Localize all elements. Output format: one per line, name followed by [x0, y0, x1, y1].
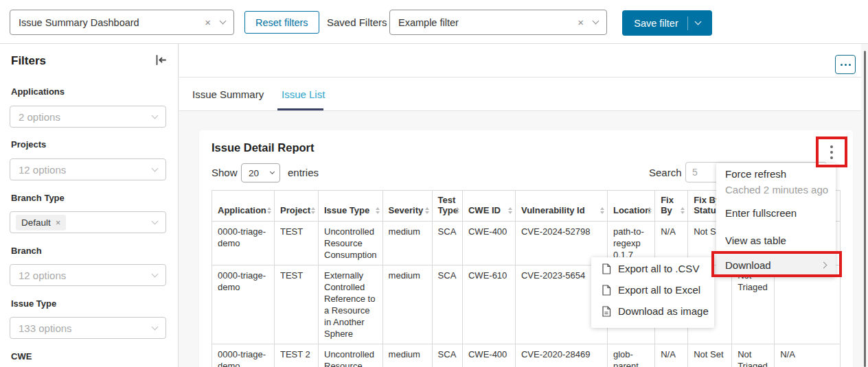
- saved-filters-label: Saved Filters: [327, 16, 387, 28]
- chevron-down-icon: [152, 270, 159, 277]
- save-filter-label: Save filter: [634, 18, 678, 29]
- dashboard-select[interactable]: Issue Summary Dashboard ×: [10, 10, 234, 35]
- report-kebab-menu-button[interactable]: [822, 141, 841, 163]
- sort-icon[interactable]: [648, 207, 652, 214]
- menu-cached-note: Cached 2 minutes ago: [716, 184, 836, 196]
- filters-sidebar: Filters Applications 2 options Projects …: [0, 44, 179, 367]
- tab-issue-summary[interactable]: Issue Summary: [192, 78, 264, 111]
- sort-icon[interactable]: [508, 207, 512, 214]
- header-label: Fix By: [661, 195, 674, 215]
- branch-select[interactable]: 12 options: [10, 264, 166, 286]
- report-context-menu: Force refresh Cached 2 minutes ago Enter…: [716, 163, 836, 277]
- submenu-item-download-image[interactable]: Download as image: [591, 305, 714, 317]
- tab-issue-list-label: Issue List: [282, 88, 325, 100]
- sort-icon[interactable]: [376, 207, 380, 214]
- column-header-issue-type: Issue Type: [319, 191, 383, 222]
- chevron-down-icon: [694, 19, 701, 25]
- sort-icon[interactable]: [681, 207, 685, 214]
- cell-project: TEST: [275, 222, 319, 265]
- column-header-fix-by: Fix By: [655, 191, 688, 222]
- dashboard-more-options-button[interactable]: [835, 55, 856, 74]
- cell-project: TEST: [275, 265, 319, 344]
- chevron-down-icon: [152, 217, 159, 224]
- branch-type-label: Branch Type: [11, 193, 65, 203]
- menu-item-force-refresh[interactable]: Force refresh: [716, 168, 836, 180]
- chevron-down-icon: [152, 165, 159, 171]
- top-bar: Issue Summary Dashboard × Reset filters …: [0, 0, 868, 44]
- menu-item-download-label: Download: [725, 259, 771, 271]
- cell-severity: medium: [382, 222, 432, 265]
- sort-icon[interactable]: [600, 207, 604, 214]
- cell-triage-status: Not Triaged: [732, 344, 775, 367]
- clear-icon[interactable]: ×: [578, 16, 584, 28]
- reset-filters-button[interactable]: Reset filters: [244, 11, 319, 34]
- cell-test-type: SCA: [432, 265, 462, 344]
- clear-icon[interactable]: ×: [205, 16, 211, 28]
- menu-item-enter-fullscreen[interactable]: Enter fullscreen: [716, 207, 836, 219]
- scrollbar-thumb[interactable]: [864, 51, 866, 367]
- show-label: Show: [212, 167, 238, 178]
- app-screen: Issue Summary Dashboard × Reset filters …: [0, 0, 868, 367]
- saved-filter-select[interactable]: Example filter ×: [389, 10, 607, 35]
- sort-icon[interactable]: [455, 207, 459, 214]
- projects-select[interactable]: 12 options: [10, 158, 166, 180]
- cell-location: glob-parent: [607, 344, 654, 367]
- header-label: Vulnerability Id: [521, 205, 585, 215]
- sort-icon[interactable]: [425, 207, 429, 214]
- cell-issue-type: Uncontrolled Resource Consumption: [319, 222, 383, 265]
- submenu-item-label: Export all to Excel: [618, 284, 700, 296]
- cwe-label: CWE: [11, 351, 32, 362]
- applications-label: Applications: [11, 86, 65, 97]
- cell-project: TEST 2: [275, 344, 319, 367]
- applications-select[interactable]: 2 options: [10, 106, 166, 128]
- remove-chip-icon[interactable]: ×: [56, 217, 61, 228]
- dashboard-select-value: Issue Summary Dashboard: [19, 17, 205, 28]
- branch-type-chip-label: Default: [21, 217, 51, 228]
- dots-vertical-icon: [830, 151, 833, 154]
- file-icon: [602, 263, 611, 274]
- sort-icon[interactable]: [267, 207, 271, 214]
- tab-issue-list[interactable]: Issue List: [282, 78, 325, 111]
- column-header-application: Application: [212, 191, 275, 222]
- cell-vulnerability-id: CVE-2020-28469: [515, 344, 607, 367]
- projects-placeholder: 12 options: [19, 164, 152, 176]
- save-filter-button[interactable]: Save filter: [622, 10, 712, 36]
- dashboard-toolbar: [179, 44, 868, 78]
- cell-cwe-id: CWE-400: [462, 222, 515, 265]
- cell-application: 0000-triage-demo: [212, 265, 275, 344]
- header-label: CWE ID: [468, 205, 501, 215]
- page-size-select[interactable]: 20: [241, 163, 280, 182]
- column-header-severity: Severity: [382, 191, 432, 222]
- cell-fix-by: N/A: [655, 344, 688, 367]
- submenu-item-export-excel[interactable]: Export all to Excel: [591, 284, 714, 296]
- dots-icon: [841, 64, 843, 66]
- column-header-project: Project: [275, 191, 319, 222]
- branch-label: Branch: [11, 246, 42, 256]
- chevron-down-icon: [220, 18, 227, 25]
- dots-icon: [845, 64, 847, 66]
- button-divider: [687, 16, 688, 30]
- submenu-item-export-csv[interactable]: Export all to .CSV: [591, 263, 714, 274]
- cell-severity: medium: [382, 265, 432, 344]
- collapse-sidebar-icon[interactable]: [155, 54, 168, 69]
- dots-vertical-icon: [830, 145, 833, 148]
- issue-type-select[interactable]: 133 options: [10, 317, 166, 339]
- branch-type-select[interactable]: Default ×: [10, 211, 166, 233]
- cell-hidden-2: N/A: [775, 344, 841, 367]
- cell-issue-type: Uncontrolled Resource Consumption: [319, 344, 383, 367]
- tabs-bar: Issue Summary Issue List: [179, 78, 868, 111]
- issue-type-placeholder: 133 options: [19, 322, 152, 334]
- image-file-icon: [602, 306, 611, 317]
- header-label: Severity: [389, 205, 424, 215]
- header-label: Issue Type: [324, 205, 369, 215]
- sort-icon[interactable]: [311, 207, 315, 214]
- chevron-down-icon: [593, 18, 599, 25]
- chevron-down-icon: [152, 112, 159, 119]
- cell-cwe-id: CWE-400: [462, 344, 515, 367]
- tab-issue-summary-label: Issue Summary: [192, 88, 264, 100]
- menu-item-view-as-table[interactable]: View as table: [716, 235, 836, 246]
- chevron-down-icon: [270, 169, 275, 174]
- cell-application: 0000-triage-demo: [212, 344, 275, 367]
- dots-vertical-icon: [830, 156, 833, 159]
- menu-item-download[interactable]: Download: [716, 252, 836, 277]
